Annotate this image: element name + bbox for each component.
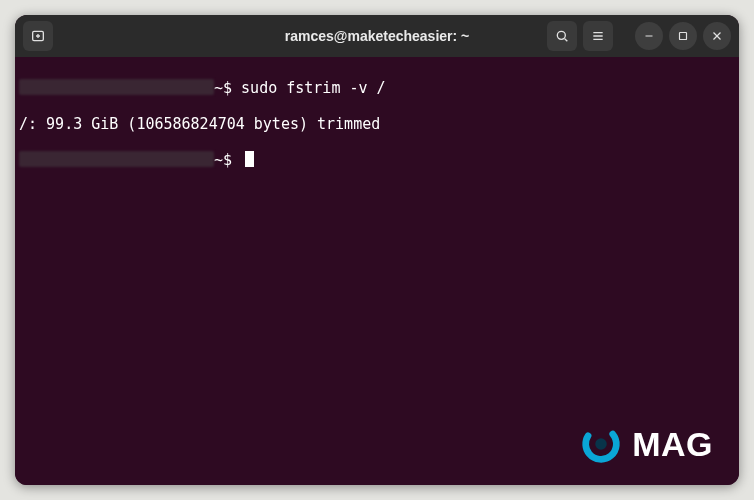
redacted-prompt bbox=[19, 151, 214, 167]
redacted-prompt bbox=[19, 79, 214, 95]
search-button[interactable] bbox=[547, 21, 577, 51]
terminal-line: ~$ sudo fstrim -v / bbox=[19, 79, 735, 97]
titlebar: ramces@maketecheasier: ~ bbox=[15, 15, 739, 57]
svg-rect-9 bbox=[680, 33, 687, 40]
new-tab-button[interactable] bbox=[23, 21, 53, 51]
window-title: ramces@maketecheasier: ~ bbox=[15, 28, 739, 44]
minimize-button[interactable] bbox=[635, 22, 663, 50]
command-text: sudo fstrim -v / bbox=[241, 79, 386, 97]
output-text: /: 99.3 GiB (106586824704 bytes) trimmed bbox=[19, 115, 380, 133]
terminal-window: ramces@maketecheasier: ~ bbox=[15, 15, 739, 485]
terminal-body[interactable]: ~$ sudo fstrim -v / /: 99.3 GiB (1065868… bbox=[15, 57, 739, 485]
prompt-tail: ~$ bbox=[214, 79, 241, 97]
cursor bbox=[245, 151, 254, 167]
svg-point-3 bbox=[557, 31, 565, 39]
close-button[interactable] bbox=[703, 22, 731, 50]
terminal-line: ~$ bbox=[19, 151, 735, 169]
svg-line-4 bbox=[565, 39, 568, 42]
prompt-tail: ~$ bbox=[214, 151, 241, 169]
maximize-button[interactable] bbox=[669, 22, 697, 50]
menu-button[interactable] bbox=[583, 21, 613, 51]
terminal-line: /: 99.3 GiB (106586824704 bytes) trimmed bbox=[19, 115, 735, 133]
